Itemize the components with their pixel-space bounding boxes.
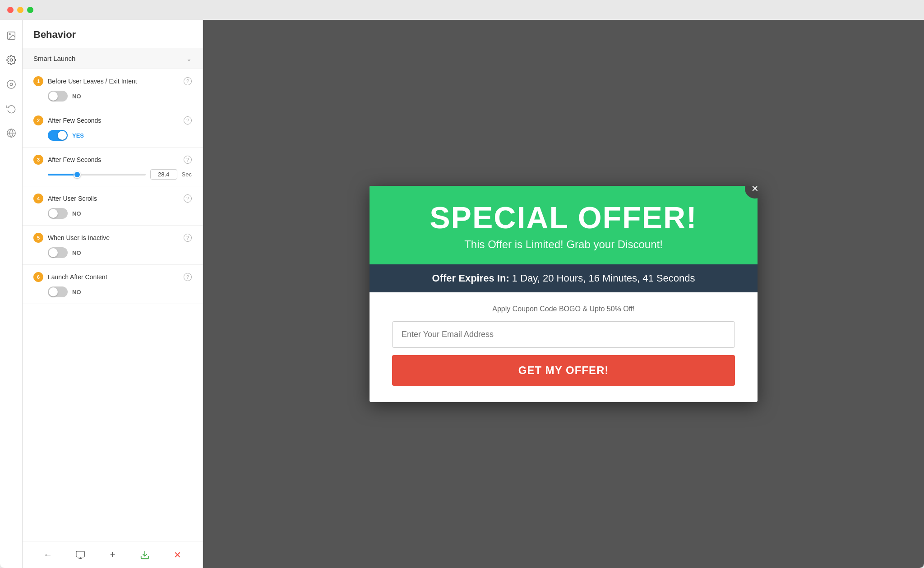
step-badge-2: 2 (33, 115, 43, 125)
toggle-4[interactable] (48, 208, 68, 219)
slider-track[interactable] (48, 174, 146, 175)
step-badge-5: 5 (33, 233, 43, 243)
add-button[interactable]: + (104, 547, 120, 563)
preview-area: ✕ SPECIAL OFFER! This Offer is Limited! … (203, 20, 924, 568)
behavior-label-3: After Few Seconds (48, 156, 179, 163)
toggle-6[interactable] (48, 286, 68, 297)
main-content: Behavior Smart Launch ⌄ 1 Before User Le… (0, 20, 924, 568)
toggle-label-5: NO (72, 249, 81, 256)
behavior-list: 1 Before User Leaves / Exit Intent ? NO … (23, 69, 203, 541)
popup-overlay: ✕ SPECIAL OFFER! This Offer is Limited! … (203, 20, 924, 568)
popup-timer: Offer Expires In: 1 Day, 20 Hours, 16 Mi… (370, 264, 758, 292)
step-badge-1: 1 (33, 76, 43, 86)
popup-timer-value: 1 Day, 20 Hours, 16 Minutes, 41 Seconds (512, 272, 695, 284)
slider-thumb[interactable] (74, 171, 81, 178)
back-button[interactable]: ← (40, 547, 56, 563)
behavior-label-5: When User Is Inactive (48, 234, 179, 241)
toggle-5[interactable] (48, 247, 68, 258)
settings-panel: Behavior Smart Launch ⌄ 1 Before User Le… (23, 20, 203, 568)
popup: ✕ SPECIAL OFFER! This Offer is Limited! … (370, 186, 758, 402)
toggle-1[interactable] (48, 91, 68, 102)
screen-button[interactable] (72, 547, 88, 563)
popup-email-input[interactable] (392, 321, 735, 348)
popup-timer-label: Offer Expires In: (432, 272, 509, 284)
slider-row: 28.4 Sec (48, 169, 192, 180)
gear-icon[interactable] (5, 53, 18, 67)
behavior-item-4: 4 After User Scrolls ? NO (23, 186, 203, 226)
behavior-item-6: 6 Launch After Content ? NO (23, 265, 203, 304)
bottom-toolbar: ← + ✕ (23, 541, 203, 568)
behavior-label-1: Before User Leaves / Exit Intent (48, 78, 179, 85)
panel-title: Behavior (23, 20, 203, 48)
toggle-label-2: YES (72, 132, 84, 139)
step-badge-6: 6 (33, 272, 43, 282)
help-icon-6[interactable]: ? (184, 273, 192, 281)
maximize-button[interactable] (27, 7, 33, 13)
behavior-item-2: 2 After Few Seconds ? YES (23, 108, 203, 148)
popup-title: SPECIAL OFFER! (388, 202, 739, 233)
svg-rect-7 (76, 551, 84, 557)
popup-subtitle: This Offer is Limited! Grab your Discoun… (388, 238, 739, 251)
slider-value: 28.4 (150, 169, 177, 180)
popup-timer-text: Offer Expires In: 1 Day, 20 Hours, 16 Mi… (432, 272, 695, 284)
close-toolbar-button[interactable]: ✕ (169, 547, 185, 563)
toggle-label-6: NO (72, 289, 81, 296)
svg-point-4 (10, 83, 13, 86)
behavior-item-5: 5 When User Is Inactive ? NO (23, 226, 203, 265)
popup-header: SPECIAL OFFER! This Offer is Limited! Gr… (370, 186, 758, 264)
slider-fill (48, 174, 77, 175)
close-button[interactable] (7, 7, 14, 13)
help-icon-3[interactable]: ? (184, 156, 192, 164)
svg-point-2 (10, 59, 13, 61)
app-window: Behavior Smart Launch ⌄ 1 Before User Le… (0, 0, 924, 568)
behavior-label-4: After User Scrolls (48, 195, 179, 202)
section-header[interactable]: Smart Launch ⌄ (23, 48, 203, 69)
image-icon[interactable] (5, 29, 18, 42)
step-badge-4: 4 (33, 194, 43, 203)
toggle-label-1: NO (72, 93, 81, 100)
behavior-label-2: After Few Seconds (48, 117, 179, 124)
help-icon-5[interactable]: ? (184, 234, 192, 242)
help-icon-2[interactable]: ? (184, 116, 192, 125)
chevron-up-icon: ⌄ (186, 55, 192, 62)
sidebar-icons (0, 20, 23, 568)
section-title: Smart Launch (33, 55, 75, 62)
step-badge-3: 3 (33, 155, 43, 165)
behavior-item-3: 3 After Few Seconds ? 28.4 Sec (23, 148, 203, 186)
help-icon-1[interactable]: ? (184, 77, 192, 85)
popup-cta-button[interactable]: GET MY OFFER! (392, 355, 735, 386)
titlebar (0, 0, 924, 20)
slider-unit: Sec (182, 171, 192, 178)
popup-body: Apply Coupon Code BOGO & Upto 50% Off! G… (370, 292, 758, 402)
toggle-2[interactable] (48, 130, 68, 141)
behavior-item-1: 1 Before User Leaves / Exit Intent ? NO (23, 69, 203, 108)
globe-icon[interactable] (5, 126, 18, 140)
download-button[interactable] (137, 547, 153, 563)
svg-point-3 (7, 80, 15, 88)
help-icon-4[interactable]: ? (184, 194, 192, 203)
popup-coupon-text: Apply Coupon Code BOGO & Upto 50% Off! (392, 305, 735, 313)
behavior-label-6: Launch After Content (48, 273, 179, 281)
toggle-label-4: NO (72, 210, 81, 217)
history-icon[interactable] (5, 102, 18, 115)
svg-point-1 (9, 33, 10, 35)
target-icon[interactable] (5, 78, 18, 91)
minimize-button[interactable] (17, 7, 23, 13)
